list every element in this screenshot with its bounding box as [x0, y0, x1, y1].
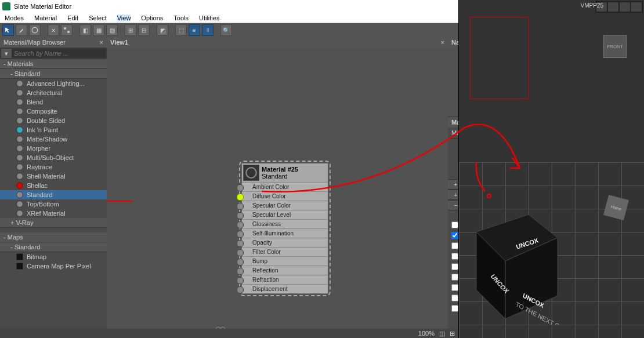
material-swatch-icon [16, 136, 23, 143]
map-item-camera-map-per-pixel[interactable]: Camera Map Per Pixel [0, 261, 107, 271]
view-canvas[interactable]: Material #25 Standard Ambient ColorDiffu… [107, 48, 448, 338]
material-item-shellac[interactable]: Shellac [0, 181, 107, 190]
material-item-multi-sub-object[interactable]: Multi/Sub-Object [0, 153, 107, 162]
menu-utilities[interactable]: Utilities [199, 14, 219, 21]
material-item-label: Ink 'n Paint [27, 126, 58, 133]
node-slot-self-illumination[interactable]: Self-Illumination [242, 228, 328, 238]
delete-button[interactable]: ✕ [48, 24, 59, 36]
map-checkbox[interactable] [451, 295, 458, 301]
node-slot-ambient-color[interactable]: Ambient Color [242, 182, 328, 191]
node-slot-bump[interactable]: Bump [242, 256, 328, 266]
node-slot-refraction[interactable]: Refraction [242, 275, 328, 284]
bottom-icon-2[interactable]: ⊞ [450, 330, 455, 337]
safe-frame [471, 17, 529, 99]
show-map-button[interactable]: ▦ [93, 24, 104, 36]
node-view: View1× Material #25 Standard Ambient Col… [107, 37, 448, 338]
search-input[interactable] [12, 49, 106, 58]
scene-cube[interactable]: UNCOX UNCOX UNCOX TO THE NEXT GEN [465, 186, 569, 325]
map-checkbox[interactable] [451, 232, 458, 239]
map-checkbox[interactable] [451, 305, 458, 312]
material-item-label: Double Sided [27, 117, 65, 124]
bottom-icon-1[interactable]: ◫ [439, 330, 445, 337]
group-vray[interactable]: + V-Ray [0, 218, 107, 228]
map-item-bitmap[interactable]: Bitmap [0, 252, 107, 261]
search-options-button[interactable]: ▾ [1, 49, 12, 58]
svg-point-0 [32, 27, 38, 33]
material-node[interactable]: Material #25 Standard Ambient ColorDiffu… [239, 161, 331, 296]
material-item-double-sided[interactable]: Double Sided [0, 116, 107, 125]
menu-modes[interactable]: Modes [5, 14, 24, 21]
menu-select[interactable]: Select [89, 14, 107, 21]
group-maps-standard[interactable]: - Standard [0, 242, 107, 252]
menu-view[interactable]: View [117, 14, 131, 21]
view-close-icon[interactable]: × [441, 39, 444, 46]
menu-tools[interactable]: Tools [173, 14, 189, 21]
material-item-morpher[interactable]: Morpher [0, 144, 107, 153]
node-slot-glossiness[interactable]: Glossiness [242, 219, 328, 228]
vp-tool-4[interactable] [631, 2, 642, 12]
map-checkbox[interactable] [451, 221, 458, 228]
group-standard[interactable]: - Standard [0, 69, 107, 79]
material-swatch-icon [16, 210, 23, 217]
node-slot-reflection[interactable]: Reflection [242, 266, 328, 275]
material-item-raytrace[interactable]: Raytrace [0, 162, 107, 172]
map-checkbox[interactable] [451, 253, 458, 260]
node-thumbnail [243, 165, 259, 181]
material-item-ink-n-paint[interactable]: Ink 'n Paint [0, 125, 107, 135]
material-swatch-icon [16, 145, 23, 152]
group-maps[interactable]: - Maps [0, 232, 107, 242]
menu-edit[interactable]: Edit [67, 14, 78, 21]
hide-unused-button[interactable]: ◧ [79, 24, 91, 36]
material-swatch-icon [16, 201, 23, 208]
map-checkbox[interactable] [451, 263, 458, 270]
search-button[interactable]: 🔍 [220, 24, 232, 36]
layout-children-button[interactable]: ⊟ [138, 24, 150, 36]
view-header: View1× [107, 37, 448, 48]
mat-id-button[interactable]: ◩ [157, 24, 168, 36]
vp-tool-3[interactable] [620, 2, 630, 12]
select-by-material-button[interactable]: ⬚ [175, 24, 187, 36]
material-item-blend[interactable]: Blend [0, 97, 107, 107]
material-item-advanced-lighting-[interactable]: Advanced Lighting... [0, 79, 107, 88]
node-slot-diffuse-color[interactable]: Diffuse Color [242, 191, 328, 201]
select-tool-button[interactable] [2, 24, 14, 36]
material-item-label: Architectural [27, 89, 62, 96]
browser-close-icon[interactable]: × [100, 39, 103, 46]
lay-horizontal-button[interactable]: ≡ [189, 24, 200, 36]
map-checkbox[interactable] [451, 242, 458, 249]
material-item-xref-material[interactable]: XRef Material [0, 209, 107, 218]
viewcube-front[interactable]: FRONT [603, 35, 627, 58]
node-slot-opacity[interactable]: Opacity [242, 238, 328, 247]
layout-all-button[interactable]: ⊞ [125, 24, 136, 36]
material-item-matte-shadow[interactable]: Matte/Shadow [0, 135, 107, 144]
assign-material-button[interactable] [29, 24, 41, 36]
material-item-standard[interactable]: Standard [0, 190, 107, 199]
menu-material[interactable]: Material [34, 14, 57, 21]
map-checkbox[interactable] [451, 284, 458, 291]
move-children-button[interactable] [61, 24, 73, 36]
material-swatch-icon [16, 182, 23, 189]
node-slot-specular-level[interactable]: Specular Level [242, 210, 328, 219]
material-item-top-bottom[interactable]: Top/Bottom [0, 199, 107, 209]
node-slot-displacement[interactable]: Displacement [242, 284, 328, 293]
material-item-architectural[interactable]: Architectural [0, 88, 107, 97]
3d-viewport[interactable]: VMPP25 FRONT UNCOX UNCOX UNCOX TO THE NE… [458, 0, 644, 338]
menu-options[interactable]: Options [141, 14, 163, 21]
vp-tool-2[interactable] [608, 2, 618, 12]
svg-rect-1 [64, 27, 66, 30]
material-item-shell-material[interactable]: Shell Material [0, 172, 107, 181]
group-materials[interactable]: - Materials [0, 59, 107, 69]
material-item-composite[interactable]: Composite [0, 107, 107, 116]
pick-material-button[interactable] [16, 24, 27, 36]
lay-vertical-button[interactable]: ⫴ [202, 24, 214, 36]
material-item-label: Multi/Sub-Object [27, 154, 74, 161]
map-checkbox[interactable] [451, 274, 458, 281]
show-background-button[interactable]: ▨ [106, 24, 118, 36]
material-swatch-icon [16, 117, 23, 124]
material-swatch-icon [16, 173, 23, 180]
status-bar: 100% ◫ ⊞ [0, 329, 458, 338]
material-swatch-icon [16, 154, 23, 161]
node-slot-filter-color[interactable]: Filter Color [242, 247, 328, 256]
node-slot-specular-color[interactable]: Specular Color [242, 201, 328, 210]
map-item-label: Bitmap [27, 253, 46, 260]
